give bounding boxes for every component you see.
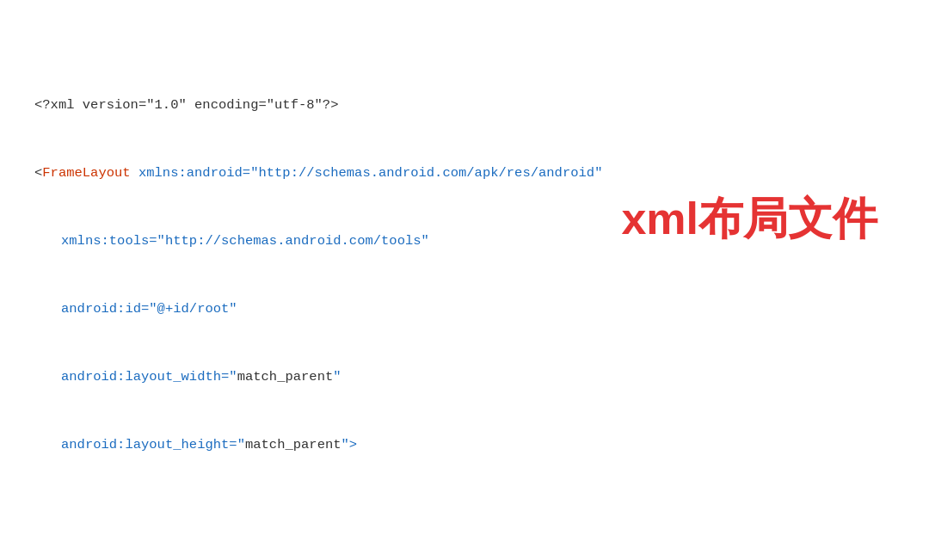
side-label: xml布局文件 [621, 189, 877, 249]
main-container: <?xml version="1.0" encoding="utf-8"?> <… [0, 0, 929, 560]
code-line-4: android:id="@+id/root" [34, 298, 895, 320]
code-line-6: android:layout_height="match_parent"> [34, 434, 895, 456]
code-line-2: <FrameLayout xmlns:android="http://schem… [34, 162, 895, 184]
code-line-1: <?xml version="1.0" encoding="utf-8"?> [34, 94, 895, 116]
code-line-7 [34, 502, 895, 524]
code-block: <?xml version="1.0" encoding="utf-8"?> <… [34, 26, 895, 560]
code-line-5: android:layout_width="match_parent" [34, 366, 895, 388]
